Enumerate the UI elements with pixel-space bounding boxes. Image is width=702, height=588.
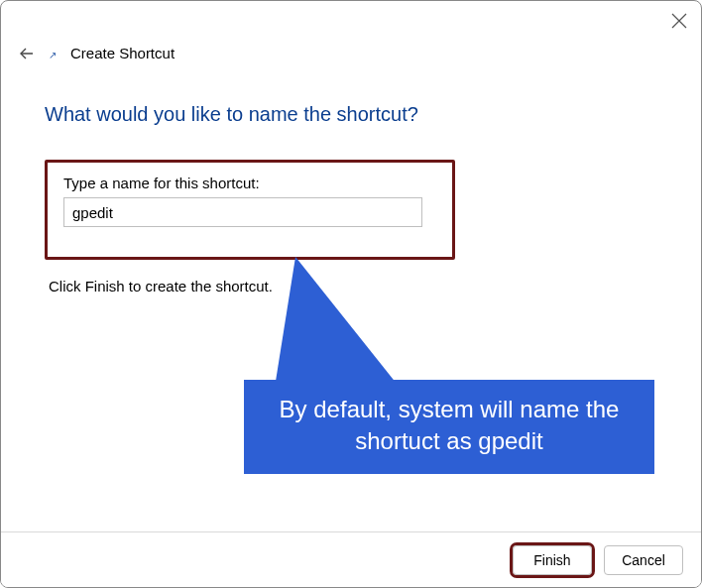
titlebar — [1, 1, 701, 41]
callout-text: By default, system will name the shortuc… — [244, 380, 654, 474]
shortcut-icon: ↗ — [49, 51, 57, 60]
callout-pointer-icon — [274, 257, 405, 394]
back-arrow-icon[interactable] — [19, 46, 35, 61]
shortcut-name-label: Type a name for this shortcut: — [63, 175, 436, 191]
wizard-header: ↗ Create Shortcut — [1, 41, 701, 69]
wizard-footer: Finish Cancel — [1, 531, 701, 587]
finish-button[interactable]: Finish — [513, 545, 592, 575]
input-highlight-box: Type a name for this shortcut: — [45, 160, 455, 260]
shortcut-name-input[interactable] — [63, 197, 422, 227]
close-icon[interactable] — [671, 13, 687, 29]
annotation-callout: By default, system will name the shortuc… — [244, 257, 660, 475]
wizard-question: What would you like to name the shortcut… — [45, 103, 657, 126]
cancel-button[interactable]: Cancel — [604, 545, 683, 575]
wizard-title: Create Shortcut — [70, 45, 175, 61]
